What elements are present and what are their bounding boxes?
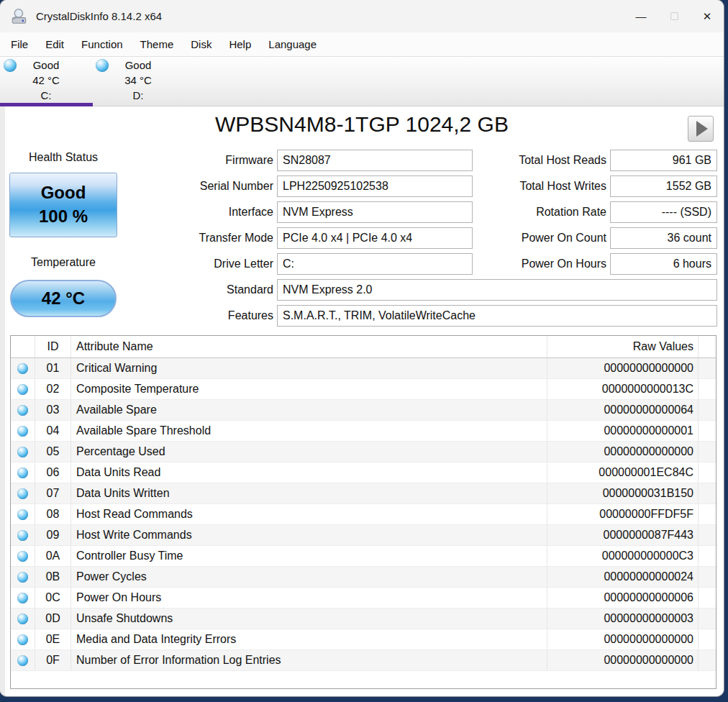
minimize-button[interactable]: — xyxy=(624,0,658,32)
attribute-raw-value-cell: 00000000000001 xyxy=(547,421,699,441)
maximize-button[interactable] xyxy=(658,0,691,32)
table-row[interactable]: 06 Data Units Read 000000001EC84C xyxy=(11,462,716,483)
table-row[interactable]: 02 Composite Temperature 0000000000013C xyxy=(11,379,716,400)
info-field-row: Power On Hours 6 hours xyxy=(468,253,717,275)
attribute-id-cell: 04 xyxy=(35,421,71,441)
main-panel: WPBSN4M8-1TGP 1024,2 GB Health Status Go… xyxy=(0,106,724,696)
attribute-id-cell: 06 xyxy=(35,462,71,483)
attribute-name-cell: Host Read Commands xyxy=(71,504,547,524)
info-field-label: Firmware xyxy=(119,154,273,167)
attribute-raw-value-cell: 00000000000006 xyxy=(547,588,699,608)
attribute-name-cell: Critical Warning xyxy=(71,358,547,378)
attribute-raw-value-cell: 00000000000000 xyxy=(547,442,699,462)
attribute-status-cell xyxy=(11,442,35,462)
id-column-header: ID xyxy=(35,336,71,357)
attribute-raw-value-cell: 0000000087F443 xyxy=(547,525,699,545)
next-drive-button[interactable] xyxy=(688,116,714,142)
info-field-value: C: xyxy=(277,253,473,275)
info-field-value: 6 hours xyxy=(610,253,717,275)
attribute-id-cell: 07 xyxy=(35,483,71,503)
table-row[interactable]: 05 Percentage Used 00000000000000 xyxy=(11,442,716,462)
status-orb-icon xyxy=(17,405,28,416)
menu-item[interactable]: Help xyxy=(220,32,260,56)
table-row[interactable]: 0A Controller Busy Time 000000000000C3 xyxy=(11,546,716,567)
attribute-name-cell: Host Write Commands xyxy=(71,525,547,545)
attribute-id-cell: 05 xyxy=(35,442,71,462)
status-orb-icon xyxy=(17,614,28,624)
info-field-label: Standard xyxy=(119,283,273,296)
menu-bar: File Edit Function Theme Disk Help Langu… xyxy=(0,32,724,56)
attribute-status-cell xyxy=(11,400,35,420)
info-field-value: ---- (SSD) xyxy=(610,201,717,223)
table-row[interactable]: 07 Data Units Written 0000000031B150 xyxy=(11,483,716,504)
info-field-label: Power On Count xyxy=(468,232,606,245)
table-row[interactable]: 0E Media and Data Integrity Errors 00000… xyxy=(11,629,716,650)
drive-tab-temperature: 42 °C xyxy=(0,73,92,88)
close-icon: ✕ xyxy=(703,10,712,23)
info-field-row: Total Host Writes 1552 GB xyxy=(468,176,717,197)
table-row[interactable]: 01 Critical Warning 00000000000000 xyxy=(11,358,716,379)
table-row[interactable]: 04 Available Spare Threshold 00000000000… xyxy=(11,421,716,442)
info-field-label: Power On Hours xyxy=(468,257,606,270)
attribute-id-cell: 01 xyxy=(35,358,71,378)
attribute-id-cell: 0F xyxy=(35,650,71,670)
close-button[interactable]: ✕ xyxy=(691,0,724,32)
attribute-id-cell: 0A xyxy=(35,546,71,566)
attribute-id-cell: 09 xyxy=(35,525,71,545)
table-row[interactable]: 0B Power Cycles 00000000000024 xyxy=(11,567,716,588)
attribute-status-cell xyxy=(11,462,35,483)
status-orb-icon xyxy=(17,468,28,478)
status-orb-icon xyxy=(17,488,28,499)
drive-tab[interactable]: Good 42 °C C: xyxy=(0,57,92,106)
attribute-raw-value-cell: 00000000000000 xyxy=(547,650,699,670)
health-status-button[interactable]: Good 100 % xyxy=(9,173,117,237)
table-row[interactable]: 08 Host Read Commands 00000000FFDF5F xyxy=(11,504,716,525)
attribute-raw-value-cell: 00000000000064 xyxy=(547,400,699,420)
table-row[interactable]: 09 Host Write Commands 0000000087F443 xyxy=(11,525,716,546)
app-disk-magnifier-icon xyxy=(10,7,29,26)
info-field-value: 1552 GB xyxy=(610,176,717,197)
drive-tab-letter: D: xyxy=(92,88,184,103)
menu-item[interactable]: File xyxy=(2,32,37,56)
info-field-label: Serial Number xyxy=(119,180,273,193)
table-row[interactable]: 0D Unsafe Shutdowns 00000000000003 xyxy=(11,608,716,629)
app-window: CrystalDiskInfo 8.14.2 x64 — ✕ File Edit xyxy=(0,0,724,696)
status-orb-icon xyxy=(17,426,28,437)
attribute-name-column-header: Attribute Name xyxy=(71,336,547,357)
attribute-name-cell: Number of Error Information Log Entries xyxy=(71,650,547,670)
menu-item[interactable]: Function xyxy=(73,32,132,56)
attribute-id-cell: 0C xyxy=(35,588,71,608)
info-field-row: Total Host Reads 961 GB xyxy=(468,150,717,171)
table-row[interactable]: 0C Power On Hours 00000000000006 xyxy=(11,588,716,608)
info-field-label: Features xyxy=(119,309,273,322)
table-row[interactable]: 03 Available Spare 00000000000064 xyxy=(11,400,716,421)
attribute-id-cell: 08 xyxy=(35,504,71,524)
menu-item[interactable]: Edit xyxy=(37,32,73,56)
status-orb-icon xyxy=(17,634,28,645)
temperature-button[interactable]: 42 °C xyxy=(10,280,117,317)
attribute-raw-value-cell: 00000000FFDF5F xyxy=(547,504,699,524)
info-field-row: Features S.M.A.R.T., TRIM, VolatileWrite… xyxy=(119,305,717,327)
attribute-name-cell: Available Spare xyxy=(71,400,547,420)
attribute-status-cell xyxy=(11,650,35,670)
info-field-label: Transfer Mode xyxy=(119,232,273,245)
attribute-id-cell: 03 xyxy=(35,400,71,420)
status-orb-icon xyxy=(17,530,28,541)
info-field-label: Drive Letter xyxy=(119,257,273,270)
status-orb-icon xyxy=(17,572,28,583)
menu-item[interactable]: Theme xyxy=(132,32,183,56)
attribute-name-cell: Available Spare Threshold xyxy=(71,421,547,441)
table-row[interactable]: 0F Number of Error Information Log Entri… xyxy=(11,650,716,671)
drive-tab-strip: Good 42 °C C: Good 34 °C D: xyxy=(0,56,724,106)
attribute-name-cell: Power On Hours xyxy=(71,588,547,608)
temperature-value: 42 °C xyxy=(42,288,85,309)
status-orb-icon xyxy=(17,447,28,457)
info-field-value: NVM Express 2.0 xyxy=(277,279,717,301)
menu-item[interactable]: Language xyxy=(260,32,325,56)
menu-item[interactable]: Disk xyxy=(182,32,220,56)
health-status-label: Health Status xyxy=(9,151,117,164)
drive-tab[interactable]: Good 34 °C D: xyxy=(92,57,184,106)
drive-tab-letter: C: xyxy=(0,88,92,103)
info-field-value: 36 count xyxy=(610,227,717,249)
attribute-name-cell: Data Units Read xyxy=(71,462,547,483)
